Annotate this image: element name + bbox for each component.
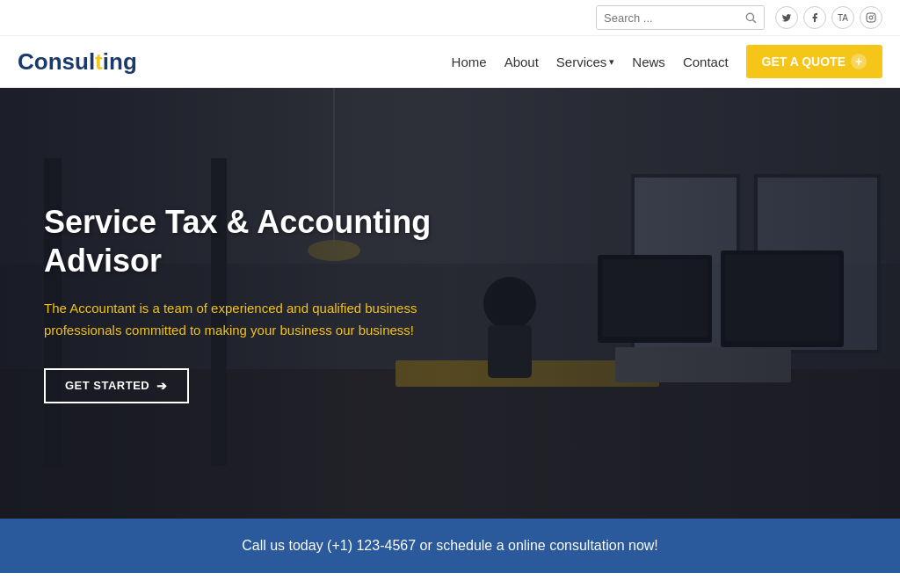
get-started-label: GET STARTED (65, 379, 149, 392)
nav-item-services[interactable]: Services (556, 54, 615, 69)
arrow-right-icon: ➔ (156, 379, 168, 393)
hero-subtitle-highlight: and qualified business (287, 301, 417, 316)
tripadvisor-icon[interactable]: TA (831, 6, 854, 29)
twitter-icon[interactable] (775, 6, 798, 29)
hero-title: Service Tax & Accounting Advisor (44, 203, 483, 279)
svg-rect-2 (867, 13, 875, 22)
bottom-bar: Call us today (+1) 123-4567 or schedule … (0, 519, 900, 573)
facebook-icon[interactable] (803, 6, 826, 29)
search-input[interactable] (597, 6, 737, 29)
nav-item-home[interactable]: Home (452, 54, 487, 69)
instagram-icon[interactable] (860, 6, 882, 29)
get-started-button[interactable]: GET STARTED ➔ (44, 368, 189, 403)
search-wrapper[interactable] (596, 5, 765, 30)
svg-point-3 (869, 16, 873, 19)
svg-point-0 (746, 13, 753, 20)
search-icon (744, 11, 757, 24)
hero-subtitle-pre: The Accountant is a team of experienced (44, 301, 287, 316)
top-bar: TA (0, 0, 900, 36)
bottom-bar-text: Call us today (+1) 123-4567 or schedule … (242, 538, 658, 553)
get-quote-label: GET A QUOTE (762, 54, 846, 69)
plus-icon: + (851, 54, 867, 69)
hero-subtitle: The Accountant is a team of experienced … (44, 297, 483, 342)
hero-section: Service Tax & Accounting Advisor The Acc… (0, 88, 900, 519)
svg-line-1 (753, 20, 756, 23)
svg-point-4 (874, 15, 875, 16)
main-nav: Home About Services News Contact GET A Q… (452, 45, 882, 78)
nav-item-contact[interactable]: Contact (683, 54, 729, 69)
nav-item-about[interactable]: About (504, 54, 539, 69)
hero-content: Service Tax & Accounting Advisor The Acc… (0, 203, 527, 403)
logo[interactable]: Consulting (18, 48, 137, 76)
header: Consulting Home About Services News Cont… (0, 36, 900, 88)
nav-item-news[interactable]: News (632, 54, 665, 69)
search-button[interactable] (737, 6, 764, 29)
social-icons: TA (775, 6, 882, 29)
hero-subtitle-post: professionals committed to making your b… (44, 323, 414, 338)
get-quote-button[interactable]: GET A QUOTE + (746, 45, 882, 78)
